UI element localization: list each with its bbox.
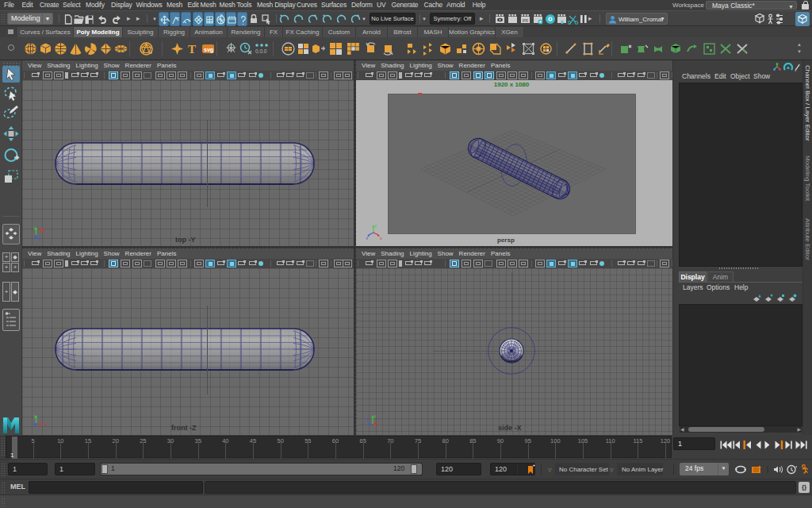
svg-text:x: x: [44, 229, 47, 233]
svg-text:x: x: [377, 422, 379, 427]
svg-text:z: z: [366, 236, 369, 241]
svg-text:y: y: [34, 225, 36, 230]
svg-text:Channel Box / Layer Editor: Channel Box / Layer Editor: [804, 65, 811, 141]
svg-text:svg: svg: [204, 47, 213, 53]
svg-text:Attribute Editor: Attribute Editor: [804, 218, 811, 260]
svg-text:y: y: [375, 223, 377, 228]
svg-text:Modeling Toolkit: Modeling Toolkit: [804, 156, 811, 202]
svg-text:y: y: [374, 414, 377, 418]
svg-text:x: x: [46, 422, 48, 427]
svg-text:x: x: [380, 236, 382, 241]
svg-text:y: y: [34, 414, 36, 418]
svg-text:T: T: [188, 43, 196, 56]
svg-text:z: z: [39, 236, 41, 241]
svg-text:IPR: IPR: [523, 19, 529, 23]
svg-text:z: z: [366, 418, 369, 422]
svg-text:0.0.0: 0.0.0: [255, 48, 267, 54]
